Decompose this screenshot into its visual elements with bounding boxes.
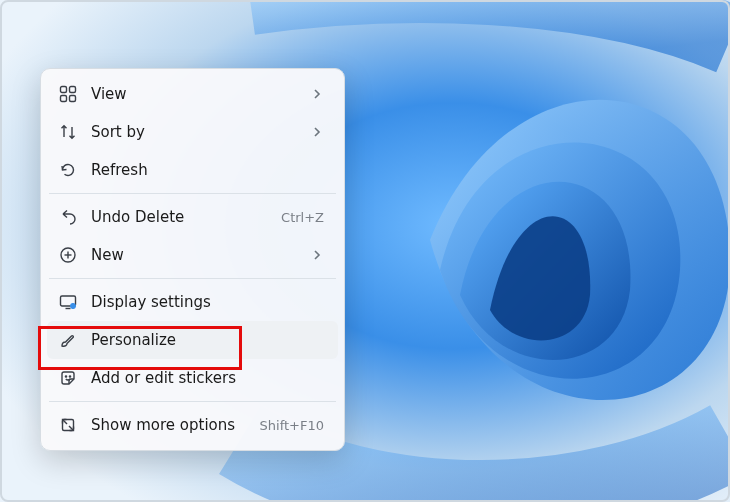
- svg-rect-3: [61, 96, 67, 102]
- svg-point-11: [65, 376, 66, 377]
- menu-item-display-settings[interactable]: Display settings: [47, 283, 338, 321]
- expand-icon: [59, 416, 77, 434]
- chevron-right-icon: [308, 248, 326, 262]
- display-settings-icon: [59, 293, 77, 311]
- svg-point-12: [69, 376, 70, 377]
- menu-item-view[interactable]: View: [47, 75, 338, 113]
- menu-label: Show more options: [91, 416, 246, 434]
- menu-shortcut: Ctrl+Z: [281, 210, 326, 225]
- menu-item-refresh[interactable]: Refresh: [47, 151, 338, 189]
- menu-item-undo-delete[interactable]: Undo Delete Ctrl+Z: [47, 198, 338, 236]
- menu-item-new[interactable]: New: [47, 236, 338, 274]
- svg-rect-1: [61, 87, 67, 93]
- sort-icon: [59, 123, 77, 141]
- menu-label: Refresh: [91, 161, 294, 179]
- menu-item-personalize[interactable]: Personalize: [47, 321, 338, 359]
- paintbrush-icon: [59, 331, 77, 349]
- refresh-icon: [59, 161, 77, 179]
- menu-label: View: [91, 85, 294, 103]
- grid-icon: [59, 85, 77, 103]
- svg-point-10: [71, 304, 75, 308]
- undo-icon: [59, 208, 77, 226]
- menu-label: Personalize: [91, 331, 294, 349]
- menu-label: New: [91, 246, 294, 264]
- plus-circle-icon: [59, 246, 77, 264]
- menu-divider: [49, 401, 336, 402]
- menu-label: Sort by: [91, 123, 294, 141]
- menu-label: Add or edit stickers: [91, 369, 294, 387]
- svg-rect-2: [70, 87, 76, 93]
- menu-item-sort-by[interactable]: Sort by: [47, 113, 338, 151]
- svg-rect-4: [70, 96, 76, 102]
- chevron-right-icon: [308, 87, 326, 101]
- chevron-right-icon: [308, 125, 326, 139]
- menu-divider: [49, 193, 336, 194]
- sticker-icon: [59, 369, 77, 387]
- desktop-context-menu: View Sort by Refresh Undo Delete Ctrl+Z …: [40, 68, 345, 451]
- menu-shortcut: Shift+F10: [260, 418, 326, 433]
- menu-divider: [49, 278, 336, 279]
- menu-item-add-stickers[interactable]: Add or edit stickers: [47, 359, 338, 397]
- menu-label: Undo Delete: [91, 208, 267, 226]
- menu-label: Display settings: [91, 293, 294, 311]
- menu-item-show-more-options[interactable]: Show more options Shift+F10: [47, 406, 338, 444]
